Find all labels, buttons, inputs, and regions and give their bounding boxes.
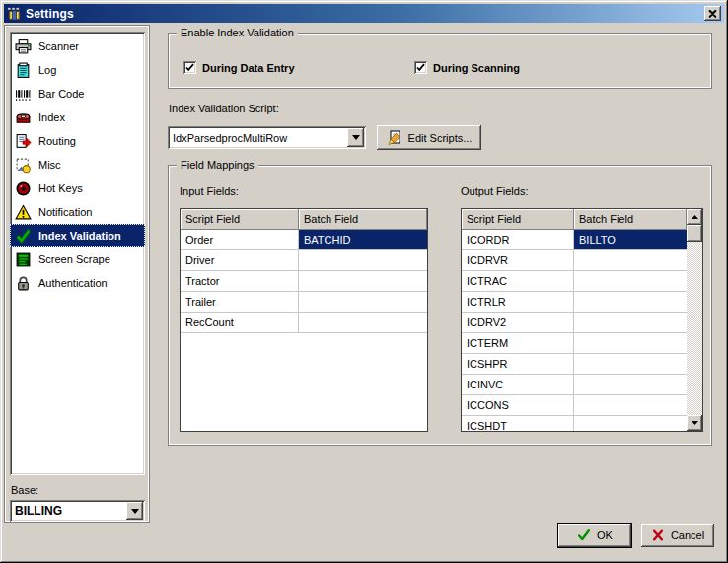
checkbox-box[interactable] [183, 61, 196, 74]
scrollbar-thumb[interactable] [687, 225, 702, 242]
column-header[interactable]: Batch Field [299, 209, 427, 230]
table-cell[interactable]: ICORDR [462, 230, 574, 250]
scroll-down-button[interactable] [687, 415, 702, 431]
cancel-button[interactable]: Cancel [641, 524, 714, 547]
table-header-row: Script FieldBatch Field [181, 209, 427, 230]
sidebar-item-index[interactable]: Index [10, 106, 145, 129]
table-cell[interactable]: RecCount [181, 313, 299, 333]
table-cell[interactable]: ICSHDT [462, 416, 574, 432]
table-cell[interactable] [574, 313, 687, 333]
sidebar-item-label: Routing [38, 135, 76, 147]
output-fields-label: Output Fields: [461, 185, 528, 197]
table-cell[interactable] [574, 292, 687, 313]
settings-dialog: Settings ScannerLogBar CodeIndexRoutingM… [0, 0, 728, 563]
input-fields-table[interactable]: Script FieldBatch FieldOrderBATCHIDDrive… [180, 208, 428, 432]
table-cell[interactable] [574, 333, 687, 354]
table-row[interactable]: ICCONS [462, 395, 702, 416]
table-cell[interactable]: ICSHPR [462, 354, 574, 375]
table-row[interactable]: Driver [181, 250, 427, 271]
column-header[interactable]: Script Field [462, 209, 574, 230]
table-cell[interactable] [574, 416, 687, 432]
sidebar-item-log[interactable]: Log [10, 58, 145, 82]
table-row[interactable]: ICTERM [462, 333, 702, 354]
table-cell[interactable]: ICDRVR [462, 250, 574, 271]
table-cell[interactable] [574, 354, 687, 375]
table-cell[interactable]: ICCONS [462, 395, 574, 416]
table-row[interactable]: ICSHPR [462, 354, 702, 375]
table-cell[interactable]: Tractor [181, 271, 299, 292]
edit-scripts-button[interactable]: Edit Scripts... [377, 125, 481, 150]
table-cell[interactable] [299, 292, 427, 313]
barcode-icon [15, 86, 32, 103]
table-cell[interactable] [574, 271, 687, 292]
titlebar[interactable]: Settings [4, 4, 724, 23]
sidebar-item-label: Scanner [38, 40, 79, 52]
script-combobox-value: IdxParsedprocMultiRow [168, 132, 366, 144]
table-row[interactable]: ICDRVR [462, 250, 702, 271]
table-cell[interactable]: BILLTO [574, 230, 687, 250]
sidebar-item-screen-scrape[interactable]: Screen Scrape [10, 247, 145, 271]
sidebar-item-label: Notification [38, 206, 92, 218]
table-cell[interactable]: Trailer [181, 292, 299, 313]
lock-icon [15, 275, 32, 292]
column-header[interactable]: Script Field [181, 209, 299, 230]
table-cell[interactable]: Order [181, 230, 299, 250]
app-icon [7, 6, 22, 21]
table-row[interactable]: ICTRAC [462, 271, 702, 292]
checkmark-icon [183, 61, 196, 74]
sidebar-item-label: Bar Code [38, 88, 84, 100]
table-cell[interactable] [574, 250, 687, 271]
sidebar-item-notification[interactable]: Notification [10, 200, 145, 224]
script-dropdown-button[interactable] [347, 128, 364, 147]
sidebar-item-hot-keys[interactable]: Hot Keys [10, 176, 145, 200]
scroll-up-button[interactable] [687, 209, 702, 225]
base-dropdown-button[interactable] [126, 502, 143, 520]
category-panel: ScannerLogBar CodeIndexRoutingMiscHot Ke… [4, 25, 150, 523]
output-fields-table[interactable]: Script FieldBatch FieldICORDRBILLTOICDRV… [461, 208, 703, 432]
checkbox-label: During Scanning [433, 62, 520, 74]
table-row[interactable]: RecCount [181, 313, 427, 333]
sidebar-item-routing[interactable]: Routing [10, 129, 145, 153]
sidebar-item-label: Index Validation [38, 230, 121, 242]
table-row[interactable]: ICORDRBILLTO [462, 230, 702, 250]
close-button[interactable] [704, 6, 721, 21]
sidebar-item-authentication[interactable]: Authentication [10, 271, 145, 295]
table-cell[interactable] [299, 250, 427, 271]
log-icon [15, 62, 32, 79]
checkbox-during-data-entry[interactable]: During Data Entry [183, 61, 341, 74]
table-row[interactable]: ICINVC [462, 375, 702, 395]
table-cell[interactable] [299, 271, 427, 292]
table-row[interactable]: ICDRV2 [462, 313, 702, 333]
sidebar-item-bar-code[interactable]: Bar Code [10, 82, 145, 106]
table-cell[interactable]: ICTERM [462, 333, 574, 354]
sidebar-item-index-validation[interactable]: Index Validation [10, 224, 145, 247]
output-table-scrollbar[interactable] [687, 209, 702, 431]
column-header[interactable]: Batch Field [574, 209, 687, 230]
table-row[interactable]: Tractor [181, 271, 427, 292]
sidebar-item-scanner[interactable]: Scanner [10, 35, 145, 58]
table-cell[interactable] [574, 375, 687, 395]
table-row[interactable]: ICSHDT [462, 416, 702, 432]
script-combobox[interactable]: IdxParsedprocMultiRow [168, 126, 366, 149]
table-row[interactable]: Trailer [181, 292, 427, 313]
table-row[interactable]: ICTRLR [462, 292, 702, 313]
table-cell[interactable]: Driver [181, 250, 299, 271]
sidebar-item-misc[interactable]: Misc [10, 153, 145, 176]
table-cell[interactable]: ICTRLR [462, 292, 574, 313]
table-cell[interactable] [574, 395, 687, 416]
table-cell[interactable]: ICTRAC [462, 271, 574, 292]
table-cell[interactable]: BATCHID [299, 230, 427, 250]
routing-icon [15, 133, 32, 150]
sidebar-item-label: Authentication [38, 277, 108, 289]
ok-button[interactable]: OK [558, 524, 631, 547]
enable-checkbox-row: During Data EntryDuring Scanning [183, 61, 520, 74]
table-cell[interactable]: ICINVC [462, 375, 574, 395]
printer-icon [15, 38, 32, 55]
base-combobox[interactable]: BILLING [10, 500, 145, 522]
table-row[interactable]: OrderBATCHID [181, 230, 427, 250]
notification-icon [15, 204, 32, 221]
table-cell[interactable] [299, 313, 427, 333]
checkbox-during-scanning[interactable]: During Scanning [414, 61, 520, 74]
table-cell[interactable]: ICDRV2 [462, 313, 574, 333]
checkbox-box[interactable] [414, 61, 427, 74]
